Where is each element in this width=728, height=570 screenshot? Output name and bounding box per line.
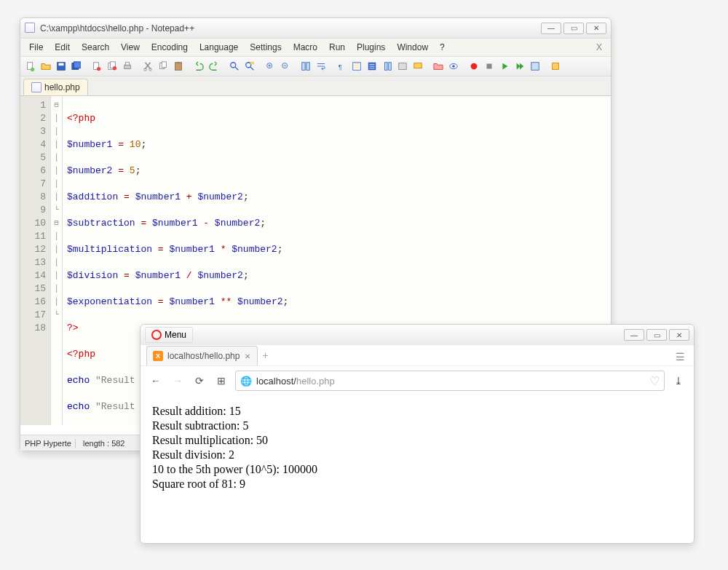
svg-rect-37: [531, 63, 539, 71]
svg-rect-29: [385, 63, 388, 71]
xampp-icon: X: [153, 351, 163, 361]
output-line: Result addition: 15: [152, 404, 682, 419]
sync-scroll-icon[interactable]: [298, 59, 313, 74]
bookmark-icon[interactable]: ♡: [649, 374, 660, 388]
svg-rect-31: [399, 63, 407, 70]
maximize-button[interactable]: ▭: [563, 23, 584, 34]
folder-icon[interactable]: [395, 59, 410, 74]
new-file-icon[interactable]: [23, 59, 38, 74]
browser-menu-button[interactable]: Menu: [145, 327, 193, 343]
zoom-out-icon[interactable]: [278, 59, 293, 74]
svg-point-34: [452, 65, 455, 68]
save-icon[interactable]: [54, 59, 68, 74]
cut-icon[interactable]: [141, 59, 155, 74]
save-macro-icon[interactable]: [528, 59, 542, 74]
php-file-icon: [31, 82, 41, 92]
menu-view[interactable]: View: [115, 40, 146, 55]
close-file-icon[interactable]: [90, 59, 104, 74]
copy-icon[interactable]: [156, 59, 170, 74]
svg-text:¶: ¶: [339, 63, 342, 71]
close-all-icon[interactable]: [105, 59, 119, 74]
menubar-close-icon[interactable]: X: [590, 40, 608, 55]
svg-rect-24: [302, 63, 305, 71]
svg-rect-38: [553, 63, 559, 70]
browser-minimize-button[interactable]: —: [624, 329, 644, 341]
forward-button[interactable]: →: [170, 373, 186, 389]
browser-tabbar: X localhost/hello.php ✕ + ☰: [141, 345, 694, 365]
svg-rect-30: [389, 63, 392, 71]
menu-help[interactable]: ?: [434, 40, 451, 55]
output-line: Result division: 2: [152, 448, 682, 462]
menu-macro[interactable]: Macro: [288, 40, 323, 55]
folder-open-icon[interactable]: [431, 59, 446, 74]
record-macro-icon[interactable]: [467, 59, 481, 74]
doc-map-icon[interactable]: [380, 59, 395, 74]
output-line: Result multiplication: 50: [152, 433, 682, 448]
print-icon[interactable]: [120, 59, 135, 74]
close-button[interactable]: ✕: [586, 23, 606, 34]
svg-rect-21: [250, 62, 254, 65]
menu-run[interactable]: Run: [323, 40, 351, 55]
svg-rect-25: [306, 63, 309, 71]
menu-edit[interactable]: Edit: [49, 40, 76, 55]
menu-file[interactable]: File: [23, 40, 49, 55]
menu-settings[interactable]: Settings: [244, 40, 287, 55]
svg-rect-16: [162, 62, 166, 68]
window-title: C:\xampp\htdocs\hello.php - Notepad++: [40, 23, 541, 33]
replace-icon[interactable]: [242, 59, 257, 74]
plugin-icon[interactable]: [548, 59, 563, 74]
toolbar: ¶: [20, 57, 611, 76]
menu-encoding[interactable]: Encoding: [146, 40, 194, 55]
menu-plugins[interactable]: Plugins: [351, 40, 391, 55]
url-path: hello.php: [296, 376, 335, 387]
redo-icon[interactable]: [207, 59, 221, 74]
back-button[interactable]: ←: [148, 373, 164, 389]
stop-macro-icon[interactable]: [482, 59, 496, 74]
save-all-icon[interactable]: [69, 59, 84, 74]
tab-close-icon[interactable]: ✕: [244, 352, 251, 360]
address-bar[interactable]: 🌐 localhost/hello.php ♡: [235, 371, 665, 391]
play-multi-icon[interactable]: [513, 59, 527, 74]
speed-dial-button[interactable]: ⊞: [213, 373, 229, 389]
function-list-icon[interactable]: [365, 59, 379, 74]
svg-rect-5: [74, 62, 81, 68]
svg-point-10: [113, 66, 116, 70]
zoom-in-icon[interactable]: [263, 59, 277, 74]
show-all-chars-icon[interactable]: ¶: [334, 59, 349, 74]
indent-guide-icon[interactable]: [349, 59, 364, 74]
file-tab[interactable]: hello.php: [23, 79, 88, 95]
browser-tab[interactable]: X localhost/hello.php ✕: [146, 346, 258, 365]
monitor-icon[interactable]: [411, 59, 425, 74]
app-icon: [25, 23, 36, 34]
browser-menu-label: Menu: [165, 330, 186, 340]
browser-close-button[interactable]: ✕: [669, 329, 689, 341]
find-icon[interactable]: [227, 59, 242, 74]
svg-rect-36: [487, 64, 492, 69]
browser-titlebar[interactable]: Menu — ▭ ✕: [141, 325, 694, 345]
svg-point-1: [31, 68, 34, 71]
paste-icon[interactable]: [171, 59, 186, 74]
menu-language[interactable]: Language: [194, 40, 244, 55]
opera-icon: [151, 330, 162, 340]
menu-search[interactable]: Search: [76, 40, 115, 55]
reload-button[interactable]: ⟳: [191, 373, 207, 389]
eye-icon[interactable]: [446, 59, 461, 74]
status-length: length : 582: [83, 439, 141, 448]
output-line: Square root of 81: 9: [152, 477, 682, 491]
download-button[interactable]: ⤓: [670, 373, 687, 389]
minimize-button[interactable]: —: [541, 23, 561, 34]
undo-icon[interactable]: [191, 59, 206, 74]
page-content: Result addition: 15 Result subtraction: …: [141, 395, 694, 500]
wordwrap-icon[interactable]: [314, 59, 328, 74]
fold-gutter[interactable]: ⊟│││││││└⊟││││││└: [51, 96, 63, 425]
svg-rect-32: [414, 63, 422, 68]
play-macro-icon[interactable]: [497, 59, 512, 74]
browser-navbar: ← → ⟳ ⊞ 🌐 localhost/hello.php ♡ ⤓: [141, 365, 694, 395]
tab-menu-icon[interactable]: ☰: [673, 348, 688, 365]
browser-maximize-button[interactable]: ▭: [646, 329, 667, 341]
menu-window[interactable]: Window: [391, 40, 434, 55]
notepad-titlebar[interactable]: C:\xampp\htdocs\hello.php - Notepad++ — …: [20, 18, 611, 39]
svg-point-7: [97, 67, 100, 71]
open-file-icon[interactable]: [39, 59, 53, 74]
new-tab-button[interactable]: +: [258, 345, 272, 365]
